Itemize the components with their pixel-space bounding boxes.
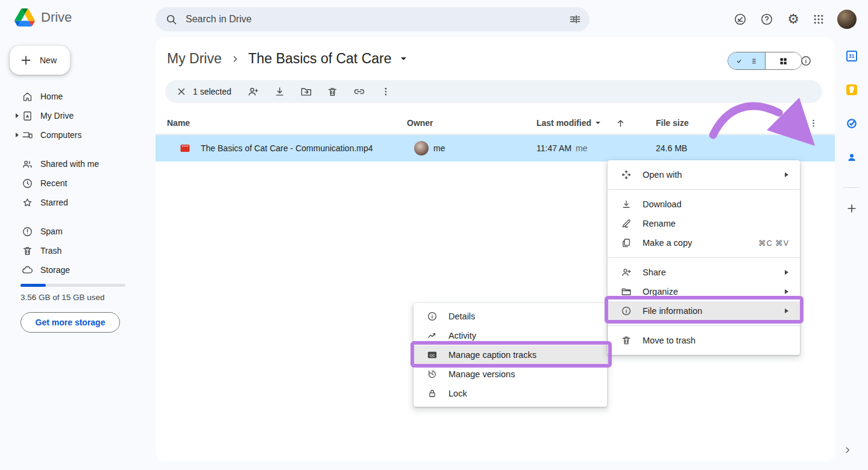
menu-item-file-information[interactable]: File information xyxy=(608,301,800,321)
settings-button[interactable]: ⚙ xyxy=(785,11,802,28)
menu-item-make-a-copy[interactable]: Make a copy ⌘C ⌘V xyxy=(608,233,800,252)
menu-divider xyxy=(608,257,800,258)
download-icon xyxy=(274,86,286,98)
video-file-icon xyxy=(180,143,190,154)
apps-grid-button[interactable] xyxy=(810,11,827,28)
copy-icon xyxy=(621,237,632,248)
grid-view-button[interactable] xyxy=(765,52,802,69)
search-input[interactable] xyxy=(186,14,569,25)
expand-caret-icon xyxy=(14,133,19,137)
breadcrumb-current[interactable]: The Basics of Cat Care xyxy=(248,51,392,67)
search-icon xyxy=(165,13,177,25)
svg-text:CC: CC xyxy=(430,354,435,357)
column-header-name[interactable]: Name xyxy=(167,118,190,128)
modified-by: me xyxy=(576,143,587,153)
trash-icon xyxy=(327,86,338,98)
keep-app-button[interactable] xyxy=(835,84,868,96)
menu-item-rename[interactable]: Rename xyxy=(608,214,800,233)
submenu-item-manage-versions[interactable]: Manage versions xyxy=(414,365,607,384)
drive-logo-icon xyxy=(14,8,35,27)
tasks-app-button[interactable] xyxy=(835,118,868,130)
star-icon xyxy=(22,197,33,208)
sidebar-item-shared-with-me[interactable]: Shared with me xyxy=(0,154,145,174)
tasks-icon xyxy=(846,118,857,129)
trash-icon xyxy=(621,335,632,346)
toolbar-download-button[interactable] xyxy=(266,81,293,102)
new-button[interactable]: New xyxy=(10,46,70,75)
header-more-button[interactable] xyxy=(808,118,819,128)
folder-menu-caret-icon[interactable] xyxy=(400,55,407,62)
get-more-storage-button[interactable]: Get more storage xyxy=(20,312,120,333)
submenu-item-activity[interactable]: Activity xyxy=(414,326,607,345)
menu-item-open-with[interactable]: Open with xyxy=(608,165,800,184)
my-drive-icon xyxy=(22,110,33,122)
sort-direction-button[interactable] xyxy=(615,118,626,128)
sidebar-item-trash[interactable]: Trash xyxy=(0,241,145,260)
sidebar-item-recent[interactable]: Recent xyxy=(0,174,145,193)
breadcrumb-parent[interactable]: My Drive xyxy=(167,51,222,67)
shortcut-label: ⌘C ⌘V xyxy=(758,239,789,248)
drive-logo-area[interactable]: Drive xyxy=(14,8,72,27)
hide-side-panel-button[interactable] xyxy=(843,446,852,454)
account-avatar[interactable] xyxy=(837,10,857,29)
calendar-app-button[interactable]: 31 xyxy=(835,51,868,63)
sidebar-item-starred[interactable]: Starred xyxy=(0,193,145,212)
search-bar[interactable] xyxy=(156,7,590,31)
table-header: Name Owner Last modified File size xyxy=(156,113,835,134)
home-icon xyxy=(22,91,33,102)
topbar: Drive ⚙ xyxy=(0,0,868,39)
arrow-up-icon xyxy=(615,118,626,128)
sidebar-item-storage[interactable]: Storage xyxy=(0,260,145,280)
menu-item-download[interactable]: Download xyxy=(608,195,800,214)
selection-count: 1 selected xyxy=(193,87,231,96)
sidebar-item-home[interactable]: Home xyxy=(0,87,145,106)
toolbar-trash-button[interactable] xyxy=(319,81,346,102)
more-vertical-icon xyxy=(380,86,391,97)
menu-item-move-to-trash[interactable]: Move to trash xyxy=(608,331,800,350)
lock-icon xyxy=(427,388,438,399)
menu-item-organize[interactable]: Organize xyxy=(608,282,800,301)
column-header-last-modified[interactable]: Last modified xyxy=(536,118,601,128)
list-view-button[interactable] xyxy=(728,52,765,69)
submenu-item-lock[interactable]: Lock xyxy=(414,384,607,403)
submenu-item-details[interactable]: Details xyxy=(414,307,607,326)
pen-icon xyxy=(621,218,632,229)
expand-caret-icon xyxy=(14,113,19,118)
toolbar-more-button[interactable] xyxy=(373,81,399,102)
info-icon xyxy=(427,311,438,322)
view-details-button[interactable] xyxy=(798,53,814,69)
link-icon xyxy=(353,86,365,98)
gear-icon: ⚙ xyxy=(787,13,799,26)
clock-icon xyxy=(22,178,33,189)
grid-icon xyxy=(779,57,788,66)
search-filters-icon[interactable] xyxy=(569,13,581,25)
person-add-icon xyxy=(621,267,632,278)
offline-status-button[interactable] xyxy=(732,11,749,28)
contacts-app-button[interactable] xyxy=(835,152,868,164)
more-vertical-icon xyxy=(808,118,819,128)
file-row-selected[interactable]: The Basics of Cat Care - Communication.m… xyxy=(156,135,835,161)
file-information-submenu: Details Activity CC Manage caption track… xyxy=(414,303,607,407)
column-header-file-size[interactable]: File size xyxy=(656,118,688,128)
app-title: Drive xyxy=(41,10,72,25)
calendar-icon: 31 xyxy=(846,51,857,61)
submenu-item-manage-caption-tracks[interactable]: CC Manage caption tracks xyxy=(414,345,607,365)
sidebar-item-my-drive[interactable]: My Drive xyxy=(0,106,145,125)
menu-item-share[interactable]: Share xyxy=(608,263,800,282)
file-context-menu: Open with Download Rename Make a copy ⌘C… xyxy=(608,160,800,355)
activity-icon xyxy=(427,330,438,341)
submenu-arrow-icon xyxy=(784,308,789,314)
help-button[interactable] xyxy=(758,11,775,28)
sidebar-item-spam[interactable]: Spam xyxy=(0,222,145,241)
submenu-arrow-icon xyxy=(784,269,789,275)
storage-usage-text: 3.56 GB of 15 GB used xyxy=(20,293,105,302)
apps-grid-icon xyxy=(813,13,825,25)
toolbar-move-button[interactable] xyxy=(293,81,319,102)
toolbar-share-button[interactable] xyxy=(240,81,266,102)
get-addons-button[interactable] xyxy=(835,202,868,215)
column-header-owner[interactable]: Owner xyxy=(407,118,433,128)
clear-selection-button[interactable] xyxy=(171,81,192,102)
storage-progress-bar xyxy=(20,284,125,287)
sidebar-item-computers[interactable]: Computers xyxy=(0,125,145,145)
toolbar-link-button[interactable] xyxy=(346,81,373,102)
